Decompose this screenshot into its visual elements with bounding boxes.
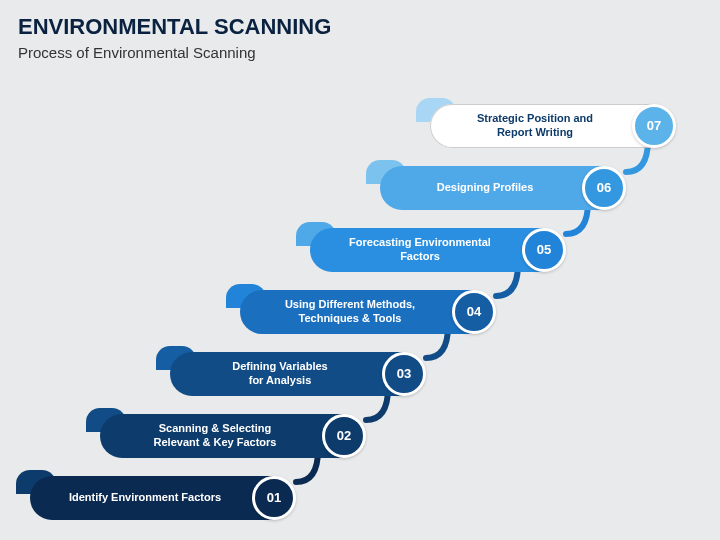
step-05: Forecasting EnvironmentalFactors05 (310, 222, 560, 272)
step-pill: Scanning & SelectingRelevant & Key Facto… (100, 414, 360, 458)
step-label: Identify Environment Factors (30, 491, 290, 505)
step-pill: Defining Variablesfor Analysis03 (170, 352, 420, 396)
step-pill: Using Different Methods,Techniques & Too… (240, 290, 490, 334)
step-number-badge: 07 (632, 104, 676, 148)
page-title: ENVIRONMENTAL SCANNING (18, 14, 331, 40)
step-pill: Designing Profiles06 (380, 166, 620, 210)
step-06: Designing Profiles06 (380, 160, 620, 210)
step-pill: Forecasting EnvironmentalFactors05 (310, 228, 560, 272)
step-04: Using Different Methods,Techniques & Too… (240, 284, 490, 334)
step-label: Scanning & SelectingRelevant & Key Facto… (100, 422, 360, 450)
step-02: Scanning & SelectingRelevant & Key Facto… (100, 408, 360, 458)
page-subtitle: Process of Environmental Scanning (18, 44, 256, 61)
step-03: Defining Variablesfor Analysis03 (170, 346, 420, 396)
step-pill: Identify Environment Factors01 (30, 476, 290, 520)
step-pill: Strategic Position andReport Writing07 (430, 104, 670, 148)
step-07: Strategic Position andReport Writing07 (430, 98, 670, 148)
step-01: Identify Environment Factors01 (30, 470, 290, 520)
